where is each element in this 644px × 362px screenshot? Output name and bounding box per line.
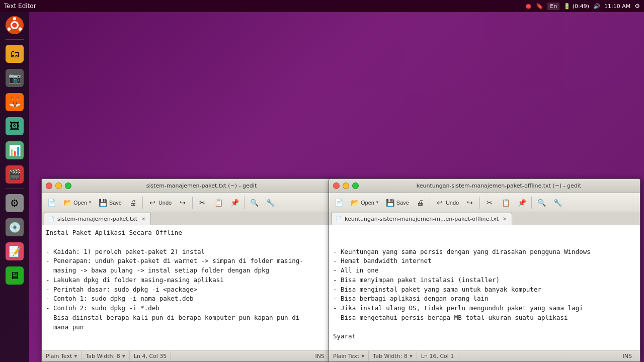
power-icon[interactable]: ⚙	[634, 3, 640, 10]
toolbar-1-cut[interactable]: ✂	[195, 195, 210, 210]
new-icon: 📄	[46, 198, 56, 208]
toolbar-2-cut[interactable]: ✂	[482, 195, 497, 210]
volume-icon[interactable]: 🔊	[593, 3, 600, 10]
toolbar-1-tools[interactable]: 🔧	[263, 195, 278, 210]
sidebar: 🗂 📷 🦊 🖼 📊 🎬 ⚙ 💿 📝 🖥	[0, 12, 29, 362]
redo-icon: ↪	[178, 198, 188, 208]
tab-1-close[interactable]: ✕	[140, 216, 146, 222]
screenshot-icon: 📷	[6, 69, 24, 87]
window-1-titlebar: sistem-manajemen-paket.txt (~) - gedit	[42, 179, 333, 193]
settings-icon: ⚙	[6, 194, 24, 212]
window-2-filetype[interactable]: Plain Text ▼	[333, 351, 369, 361]
window-2-statusbar: Plain Text ▼ Tab Width: 8 ▼ Ln 16, Col 1…	[329, 350, 640, 361]
toolbar-2-copy[interactable]: 📋	[498, 195, 513, 210]
window-2-tab[interactable]: 📄 keuntungan-sistem-manajemen-m...en-pak…	[331, 213, 512, 225]
toolbar-2-print[interactable]: 🖨	[413, 195, 428, 210]
panel-title: Text Editor	[4, 3, 525, 10]
open2-dropdown-arrow: ▼	[375, 200, 379, 205]
print-icon: 🖨	[128, 198, 138, 208]
new-icon-2: 📄	[334, 198, 344, 208]
window-1-editor[interactable]: Instal Paket Aplikasi Secara Offline - K…	[42, 225, 333, 350]
open-icon-2: 📂	[350, 198, 360, 208]
tab-2-icon: 📄	[336, 216, 342, 222]
toolbar-2-find[interactable]: 🔍	[534, 195, 549, 210]
sidebar-item-files[interactable]: 🗂	[4, 43, 26, 65]
toolbar-1-copy[interactable]: 📋	[211, 195, 226, 210]
window-1-statusbar: Plain Text ▼ Tab Width: 8 ▼ Ln 4, Col 35…	[42, 350, 333, 361]
firefox-icon: 🦊	[6, 93, 24, 111]
paste-icon-2: 📌	[517, 198, 527, 208]
photos-icon: 🖼	[6, 117, 24, 135]
sidebar-item-terminal[interactable]: 🖥	[4, 264, 26, 287]
copy-icon: 📋	[213, 198, 223, 208]
toolbar-2-sep-2	[479, 197, 480, 209]
window-2-ins: INS	[619, 351, 636, 361]
window-2-content-top: - Keuntungan yang sama persis dengan yan…	[329, 244, 640, 351]
window-1-close[interactable]	[46, 183, 52, 189]
window-1-tab[interactable]: 📄 sistem-manajemen-paket.txt ✕	[44, 213, 151, 225]
toolbar-2-new[interactable]: 📄	[331, 195, 346, 210]
toolbar-1-sep-3	[244, 197, 245, 209]
toolbar-2-tools[interactable]: 🔧	[550, 195, 565, 210]
cd-icon: 💿	[6, 218, 24, 236]
window-1-tabwidth[interactable]: Tab Width: 8 ▼	[82, 351, 129, 361]
window-1-minimize[interactable]	[55, 183, 62, 189]
window-1-filetype[interactable]: Plain Text ▼	[46, 351, 82, 361]
keyboard-layout[interactable]: En	[547, 3, 559, 10]
find-icon: 🔍	[249, 198, 259, 208]
toolbar-2-save[interactable]: 💾 Save	[383, 195, 412, 210]
svg-point-2	[13, 17, 16, 20]
toolbar-1-undo[interactable]: ↩ Undo	[145, 195, 174, 210]
window-2-maximize[interactable]	[352, 183, 359, 189]
sidebar-item-video[interactable]: 🎬	[4, 163, 26, 186]
toolbar-1-save[interactable]: 💾 Save	[96, 195, 124, 210]
toolbar-2-paste[interactable]: 📌	[514, 195, 529, 210]
sidebar-item-settings[interactable]: ⚙	[4, 192, 26, 214]
svg-point-3	[8, 28, 11, 31]
window-2-close[interactable]	[333, 183, 340, 189]
tabwidth-arrow: ▼	[122, 354, 125, 358]
svg-point-4	[19, 28, 22, 31]
panel-right: ⏺ 🔖 En 🔋 (0:49) 🔊 11:10 AM ⚙	[525, 2, 640, 10]
filetype-2-arrow: ▼	[361, 354, 364, 358]
window-2-content[interactable]: - Keuntungan yang sama persis dengan yan…	[329, 225, 640, 350]
find-icon-2: 🔍	[536, 198, 546, 208]
toolbar-1-paste[interactable]: 📌	[227, 195, 242, 210]
window-2-titlebar: keuntungan-sistem-manajemen-paket-offlin…	[329, 179, 640, 193]
sidebar-item-text[interactable]: 📝	[4, 240, 26, 262]
toolbar-1-find[interactable]: 🔍	[247, 195, 262, 210]
top-panel: Text Editor ⏺ 🔖 En 🔋 (0:49) 🔊 11:10 AM ⚙	[0, 0, 644, 12]
toolbar-2-redo[interactable]: ↪	[462, 195, 477, 210]
toolbar-2-undo[interactable]: ↩ Undo	[432, 195, 461, 210]
sidebar-item-calc[interactable]: 📊	[4, 139, 26, 161]
tab-2-close[interactable]: ✕	[502, 216, 508, 222]
filetype-arrow: ▼	[74, 354, 77, 358]
window-2-tabbar: 📄 keuntungan-sistem-manajemen-m...en-pak…	[329, 212, 640, 225]
bookmark-icon: 🔖	[536, 3, 543, 10]
toolbar-1-print[interactable]: 🖨	[125, 195, 140, 210]
toolbar-1-new[interactable]: 📄	[44, 195, 59, 210]
sidebar-item-firefox[interactable]: 🦊	[4, 91, 26, 113]
toolbar-2-sep-3	[531, 197, 532, 209]
window-1-maximize[interactable]	[65, 183, 71, 189]
window-2-editor[interactable]: - Keuntungan yang sama persis dengan yan…	[329, 225, 640, 350]
sidebar-item-cd[interactable]: 💿	[4, 216, 26, 238]
sidebar-item-photos[interactable]: 🖼	[4, 115, 26, 137]
toolbar-1-redo[interactable]: ↪	[175, 195, 190, 210]
sidebar-item-screenshot[interactable]: 📷	[4, 67, 26, 89]
sidebar-divider-1	[6, 39, 24, 40]
video-icon: 🎬	[6, 165, 24, 184]
calc-icon: 📊	[6, 141, 24, 159]
toolbar-2-open[interactable]: 📂 Open ▼	[347, 195, 382, 210]
window-1-content[interactable]: Instal Paket Aplikasi Secara Offline - K…	[42, 225, 333, 350]
save-icon-2: 💾	[385, 198, 395, 208]
tab-1-label: sistem-manajemen-paket.txt	[57, 216, 137, 222]
window-1-ins: INS	[311, 351, 329, 361]
battery-indicator: 🔋 (0:49)	[564, 3, 589, 10]
window-2-tabwidth[interactable]: Tab Width: 8 ▼	[369, 351, 417, 361]
window-2-minimize[interactable]	[343, 183, 349, 189]
tab-1-icon: 📄	[48, 216, 54, 222]
sidebar-item-ubuntu[interactable]	[4, 14, 26, 36]
toolbar-1-open[interactable]: 📂 Open ▼	[60, 195, 95, 210]
window-2-toolbar: 📄 📂 Open ▼ 💾 Save 🖨 ↩ Undo ↪ ✂ 📋	[329, 193, 640, 212]
